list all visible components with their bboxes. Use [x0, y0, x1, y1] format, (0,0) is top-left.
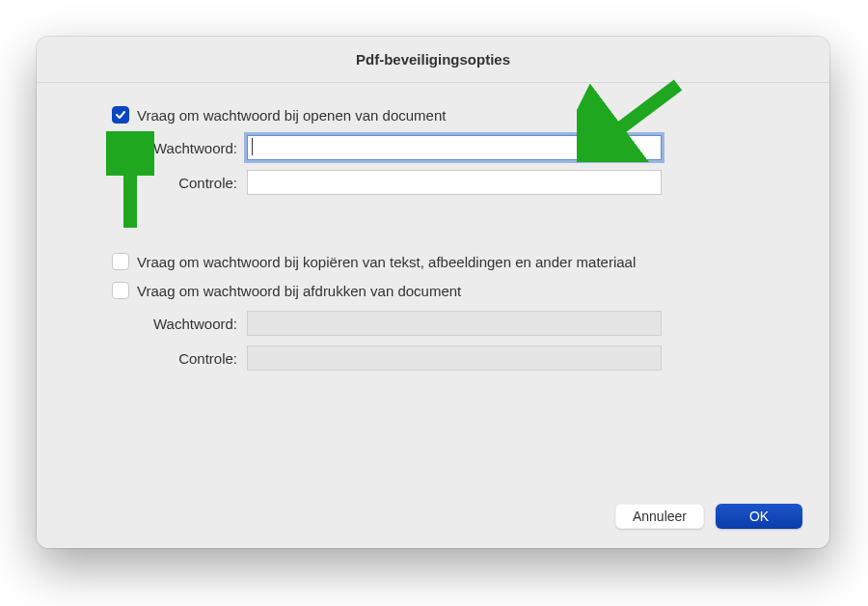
checkmark-icon [115, 109, 126, 121]
ok-button[interactable]: OK [716, 504, 802, 529]
dialog-content: Vraag om wachtwoord bij openen van docum… [37, 83, 829, 399]
require-open-password-row: Vraag om wachtwoord bij openen van docum… [112, 106, 802, 124]
require-open-password-checkbox[interactable] [112, 106, 129, 124]
require-open-password-label: Vraag om wachtwoord bij openen van docum… [137, 107, 446, 124]
open-verify-label: Controle: [64, 175, 247, 191]
open-verify-input[interactable] [247, 170, 662, 195]
open-password-field-row: Wachtwoord: [64, 135, 802, 160]
cancel-button[interactable]: Annuleer [615, 504, 704, 529]
require-copy-password-row: Vraag om wachtwoord bij kopiëren van tek… [112, 253, 802, 270]
require-print-password-label: Vraag om wachtwoord bij afdrukken van do… [137, 283, 461, 299]
perm-password-input [247, 311, 662, 336]
perm-verify-input [247, 345, 662, 371]
require-print-password-checkbox[interactable] [112, 282, 129, 299]
text-cursor [252, 138, 253, 155]
pdf-security-options-dialog: Pdf-beveiligingsopties Vraag om wachtwoo… [37, 37, 829, 548]
open-password-section: Vraag om wachtwoord bij openen van docum… [64, 106, 802, 195]
dialog-title: Pdf-beveiligingsopties [356, 51, 510, 68]
permissions-password-section: Vraag om wachtwoord bij kopiëren van tek… [112, 253, 802, 371]
open-password-label: Wachtwoord: [64, 140, 247, 156]
require-copy-password-checkbox[interactable] [112, 253, 129, 270]
require-print-password-row: Vraag om wachtwoord bij afdrukken van do… [112, 282, 802, 299]
dialog-buttons: Annuleer OK [615, 504, 802, 529]
perm-verify-field-row: Controle: [64, 345, 802, 371]
perm-password-label: Wachtwoord: [64, 316, 247, 332]
perm-password-field-row: Wachtwoord: [64, 311, 802, 336]
open-verify-field-row: Controle: [64, 170, 802, 195]
perm-verify-label: Controle: [64, 350, 247, 367]
require-copy-password-label: Vraag om wachtwoord bij kopiëren van tek… [137, 254, 636, 270]
open-password-input[interactable] [247, 135, 662, 160]
titlebar: Pdf-beveiligingsopties [37, 37, 829, 83]
